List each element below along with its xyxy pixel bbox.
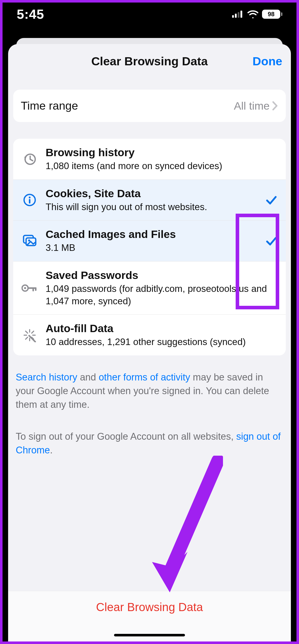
time-range-value: All time [234,100,270,112]
cache-title: Cached Images and Files [46,228,257,241]
passwords-row[interactable]: Saved Passwords 1,049 passwords (for adb… [13,261,286,314]
passwords-title: Saved Passwords [46,269,278,282]
done-button[interactable]: Done [253,44,283,78]
status-bar: 5:45 98 [3,3,296,26]
cookies-title: Cookies, Site Data [46,187,257,200]
battery-level: 98 [262,10,280,19]
cookies-subtitle: This will sign you out of most websites. [46,201,257,213]
wand-icon [21,328,39,342]
battery-icon: 98 [262,10,282,19]
passwords-subtitle: 1,049 passwords (for adbitly.com, proseo… [46,283,278,308]
status-time: 5:45 [17,7,44,22]
screenshot-frame: 5:45 98 [0,0,299,644]
other-activity-link[interactable]: other forms of activity [99,372,190,383]
time-range-card: Time range All time [13,90,286,122]
autofill-subtitle: 10 addresses, 1,291 other suggestions (s… [46,336,278,348]
browsing-history-row[interactable]: Browsing history 1,080 items (and more o… [13,139,286,179]
checkmark-icon [264,194,278,206]
signal-icon [232,11,244,18]
info-icon [21,193,39,207]
footer-paragraph-1: Search history and other forms of activi… [13,371,286,412]
browsing-history-subtitle: 1,080 items (and more on synced devices) [46,160,278,172]
cookies-row[interactable]: Cookies, Site Data This will sign you ou… [13,179,286,220]
wifi-icon [247,10,258,18]
browsing-history-title: Browsing history [46,146,278,159]
time-range-label: Time range [21,99,227,113]
checkmark-icon [264,235,278,247]
key-icon [21,283,39,293]
svg-rect-7 [29,199,30,204]
svg-rect-0 [232,15,234,18]
sheet-header: Clear Browsing Data Done [8,44,291,78]
footer-text-span: and [77,372,99,383]
svg-rect-3 [240,11,242,18]
clear-browsing-data-sheet: Clear Browsing Data Done Time range All … [8,44,291,641]
cache-subtitle: 3.1 MB [46,242,257,254]
status-right: 98 [232,10,282,19]
action-bar: Clear Browsing Data [8,591,291,641]
history-icon [21,152,39,166]
autofill-title: Auto-fill Data [46,322,278,335]
cache-row[interactable]: Cached Images and Files 3.1 MB [13,220,286,261]
autofill-row[interactable]: Auto-fill Data 10 addresses, 1,291 other… [13,314,286,355]
data-types-card: Browsing history 1,080 items (and more o… [13,139,286,355]
home-indicator [114,634,185,636]
footer-text-span: . [50,445,53,455]
svg-rect-1 [235,14,237,18]
sheet-title: Clear Browsing Data [91,54,208,68]
footer-text-span: To sign out of your Google Account on al… [16,431,236,442]
svg-rect-2 [238,12,239,18]
search-history-link[interactable]: Search history [16,372,77,383]
svg-point-12 [24,287,26,289]
chevron-right-icon [272,101,278,111]
sheet-body: Time range All time [8,78,291,641]
svg-point-6 [29,197,31,198]
svg-point-10 [28,239,30,242]
footer-paragraph-2: To sign out of your Google Account on al… [13,430,286,457]
clear-browsing-data-button[interactable]: Clear Browsing Data [96,600,203,614]
time-range-row[interactable]: Time range All time [13,90,286,122]
images-icon [21,234,39,248]
